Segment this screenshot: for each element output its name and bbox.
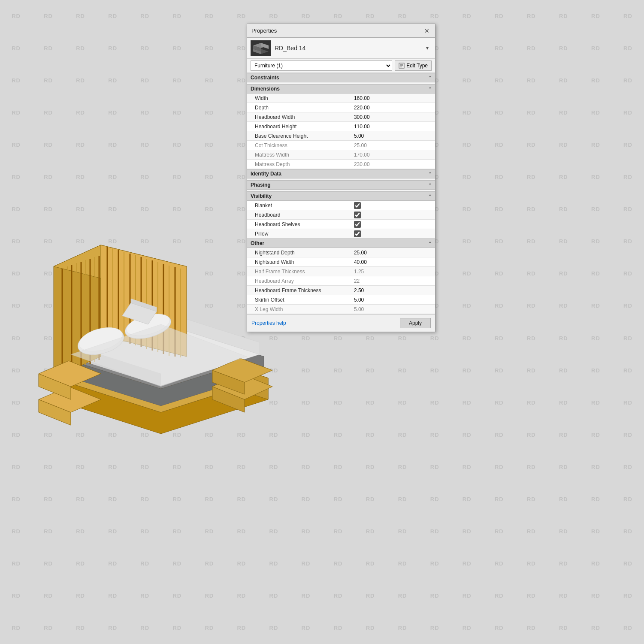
watermark-cell: RD	[612, 451, 644, 483]
watermark-cell: RD	[547, 547, 580, 580]
watermark-cell: RD	[451, 515, 483, 547]
watermark-cell: RD	[322, 354, 354, 387]
other-label: Other	[251, 240, 264, 246]
watermark-cell: RD	[580, 322, 612, 354]
section-dimensions[interactable]: Dimensions ⌃	[247, 84, 435, 94]
section-other[interactable]: Other ⌃	[247, 239, 435, 248]
prop-value-skirtin-offset[interactable]: 5.00	[351, 296, 435, 304]
watermark-cell: RD	[612, 547, 644, 580]
watermark-cell: RD	[451, 387, 483, 419]
watermark-cell: RD	[483, 483, 515, 515]
prop-value-nightstand-depth[interactable]: 25.00	[351, 249, 435, 257]
identity-data-collapse-icon: ⌃	[428, 172, 432, 176]
constraints-label: Constraints	[251, 75, 279, 81]
category-select[interactable]: Furniture (1)	[251, 60, 392, 71]
watermark-cell: RD	[483, 580, 515, 612]
section-identity-data[interactable]: Identity Data ⌃	[247, 169, 435, 178]
watermark-cell: RD	[547, 483, 580, 515]
prop-row-headboard-width: Headboard Width 300.00	[247, 112, 435, 122]
prop-checkbox-pillow[interactable]	[354, 230, 361, 237]
watermark-cell: RD	[547, 419, 580, 451]
watermark-cell: RD	[354, 419, 387, 451]
prop-label-blanket: Blanket	[247, 202, 351, 209]
prop-row-half-frame: Half Frame Thickness 1.25	[247, 267, 435, 276]
watermark-cell: RD	[483, 515, 515, 547]
watermark-cell: RD	[419, 387, 451, 419]
prop-value-base-clearence[interactable]: 5.00	[351, 132, 435, 140]
apply-button[interactable]: Apply	[400, 318, 431, 328]
prop-value-x-leg-width: 5.00	[351, 305, 435, 313]
panel-titlebar: Properties ✕	[247, 24, 435, 38]
section-constraints[interactable]: Constraints ⌃	[247, 73, 435, 82]
prop-checkbox-headboard-shelves[interactable]	[354, 221, 361, 228]
item-dropdown-arrow[interactable]: ▾	[423, 44, 432, 52]
prop-value-headboard-height[interactable]: 110.00	[351, 123, 435, 130]
prop-label-x-leg-width: X Leg Width	[247, 305, 351, 313]
prop-row-mattress-depth: Mattress Depth 230.00	[247, 160, 435, 169]
watermark-cell: RD	[515, 580, 547, 612]
watermark-cell: RD	[451, 225, 483, 257]
watermark-cell: RD	[547, 322, 580, 354]
watermark-cell: RD	[612, 483, 644, 515]
watermark-cell: RD	[547, 193, 580, 225]
item-name: RD_Bed 14	[275, 45, 420, 51]
watermark-cell: RD	[612, 419, 644, 451]
prop-row-nightstand-depth: Nightstand Depth 25.00	[247, 248, 435, 257]
prop-row-depth: Depth 220.00	[247, 103, 435, 112]
prop-row-headboard-array: Headboard Array 22	[247, 276, 435, 286]
watermark-cell: RD	[515, 515, 547, 547]
watermark-cell: RD	[515, 97, 547, 129]
watermark-cell: RD	[612, 257, 644, 290]
watermark-cell: RD	[547, 257, 580, 290]
edit-type-button[interactable]: Edit Type	[395, 60, 432, 71]
prop-checkbox-headboard[interactable]	[354, 212, 361, 218]
prop-checkbox-blanket[interactable]	[354, 202, 361, 209]
watermark-cell: RD	[387, 515, 419, 547]
panel-title: Properties	[251, 27, 277, 34]
prop-row-blanket: Blanket	[247, 201, 435, 210]
prop-label-depth: Depth	[247, 104, 351, 112]
watermark-cell: RD	[515, 419, 547, 451]
watermark-cell: RD	[612, 97, 644, 129]
prop-value-headboard-frame-thickness[interactable]: 2.50	[351, 287, 435, 294]
watermark-cell: RD	[483, 547, 515, 580]
watermark-cell: RD	[612, 580, 644, 612]
watermark-cell: RD	[580, 32, 612, 64]
prop-value-width[interactable]: 160.00	[351, 94, 435, 102]
watermark-cell: RD	[387, 483, 419, 515]
watermark-cell: RD	[547, 97, 580, 129]
watermark-cell: RD	[580, 612, 612, 644]
watermark-cell: RD	[354, 515, 387, 547]
watermark-cell: RD	[612, 225, 644, 257]
watermark-cell: RD	[451, 451, 483, 483]
watermark-cell: RD	[580, 257, 612, 290]
watermark-cell: RD	[515, 193, 547, 225]
section-visibility[interactable]: Visibility ⌃	[247, 191, 435, 201]
section-phasing[interactable]: Phasing ⌃	[247, 180, 435, 190]
prop-row-mattress-width: Mattress Width 170.00	[247, 150, 435, 160]
close-button[interactable]: ✕	[423, 27, 431, 35]
prop-label-pillow: Pillow	[247, 230, 351, 238]
watermark-cell: RD	[515, 322, 547, 354]
watermark-cell: RD	[354, 580, 387, 612]
watermark-cell: RD	[451, 193, 483, 225]
prop-row-headboard-vis: Headboard	[247, 210, 435, 220]
watermark-cell: RD	[483, 387, 515, 419]
phasing-collapse-icon: ⌃	[428, 183, 432, 187]
watermark-cell: RD	[483, 32, 515, 64]
watermark-cell: RD	[483, 612, 515, 644]
panel-header: RD_Bed 14 ▾	[247, 38, 435, 59]
prop-value-nightstand-width[interactable]: 40.00	[351, 258, 435, 266]
prop-value-depth[interactable]: 220.00	[351, 104, 435, 112]
dimensions-collapse-icon: ⌃	[428, 87, 432, 91]
prop-value-headboard-width[interactable]: 300.00	[351, 113, 435, 121]
watermark-cell: RD	[612, 515, 644, 547]
properties-help-link[interactable]: Properties help	[251, 320, 286, 326]
watermark-cell: RD	[547, 0, 580, 32]
prop-label-width: Width	[247, 94, 351, 102]
properties-panel: Properties ✕ RD_Bed 14 ▾ Furniture (1)	[247, 24, 435, 332]
watermark-cell: RD	[483, 97, 515, 129]
panel-category-row: Furniture (1) Edit Type	[247, 59, 435, 73]
watermark-cell: RD	[612, 193, 644, 225]
prop-value-cot-thickness: 25.00	[351, 142, 435, 149]
